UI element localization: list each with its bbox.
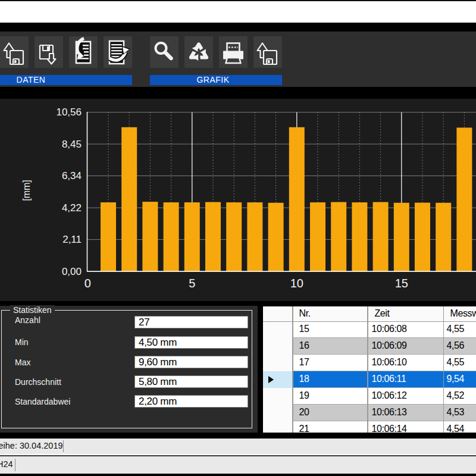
svg-text:10,56: 10,56 <box>56 107 82 118</box>
svg-text:2,11: 2,11 <box>62 234 82 245</box>
svg-text:15: 15 <box>395 277 408 290</box>
svg-text:4,22: 4,22 <box>62 202 82 214</box>
svg-text:0,00: 0,00 <box>62 266 82 277</box>
svg-text:8,45: 8,45 <box>62 139 82 150</box>
svg-text:10: 10 <box>290 277 303 290</box>
svg-text:0: 0 <box>84 277 91 290</box>
svg-text:5: 5 <box>189 277 195 290</box>
svg-text:[mm]: [mm] <box>21 180 32 201</box>
svg-text:6,34: 6,34 <box>62 170 82 181</box>
